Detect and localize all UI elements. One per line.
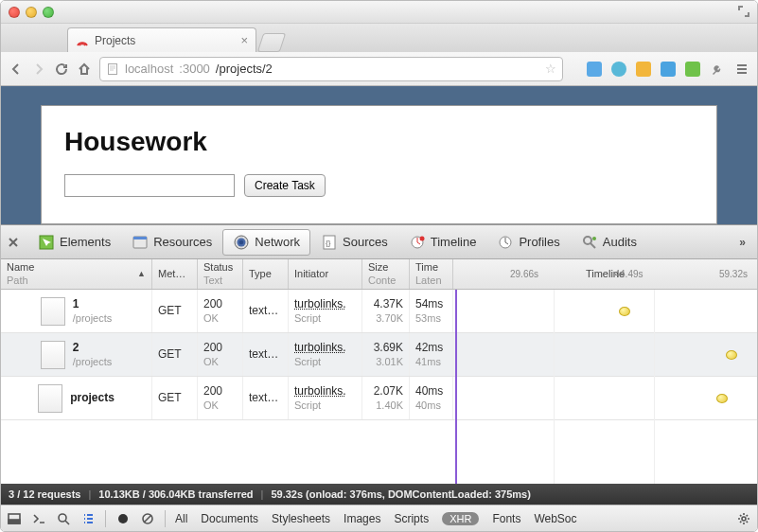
request-type: text… <box>243 290 289 332</box>
panel-resources[interactable]: Resources <box>121 229 222 256</box>
page-icon <box>106 62 119 76</box>
panel-profiles[interactable]: Profiles <box>486 229 570 256</box>
new-tab-button[interactable] <box>257 33 286 52</box>
task-form: Create Task <box>64 174 694 197</box>
task-name-input[interactable] <box>64 174 235 197</box>
request-name: 2 <box>73 341 113 356</box>
panel-label: Resources <box>153 235 212 249</box>
page-content: Housework Create Task <box>41 105 717 224</box>
devtools-status-bar: 3 / 12 requests | 10.13KB / 306.04KB tra… <box>1 484 757 505</box>
extension-icon[interactable] <box>587 62 602 77</box>
bookmark-star-icon[interactable]: ☆ <box>545 62 556 76</box>
request-status: 200OK <box>198 333 243 376</box>
column-header-status[interactable]: StatusText <box>198 259 243 289</box>
column-sublabel: Conte <box>368 275 403 287</box>
wrench-icon[interactable] <box>710 62 725 77</box>
list-view-icon[interactable] <box>80 511 96 526</box>
url-path: /projects/2 <box>216 62 273 76</box>
browser-tabstrip: Projects × <box>1 24 757 52</box>
column-header-time[interactable]: TimeLaten <box>410 259 453 289</box>
column-header-size[interactable]: SizeConte <box>362 259 410 289</box>
network-row[interactable]: projectsGET200OKtext…turbolinks.Script2.… <box>1 377 757 420</box>
column-header-method[interactable]: Met… <box>152 259 198 289</box>
filter-fonts[interactable]: Fonts <box>492 512 520 525</box>
network-row[interactable]: 1/projectsGET200OKtext…turbolinks.Script… <box>1 290 757 333</box>
filter-stylesheets[interactable]: Stylesheets <box>272 512 330 525</box>
panel-timeline[interactable]: Timeline <box>398 229 487 256</box>
settings-gear-icon[interactable] <box>736 511 751 526</box>
request-initiator: turbolinks.Script <box>289 333 362 376</box>
timeline-tick: 59.32s <box>719 269 748 280</box>
filter-images[interactable]: Images <box>344 512 380 525</box>
column-header-timeline[interactable]: Timeline 29.66s 44.49s 59.32s <box>453 259 757 289</box>
extension-icon[interactable] <box>661 62 676 77</box>
sources-icon: {} <box>321 234 338 251</box>
column-label: Initiator <box>294 268 356 280</box>
request-initiator: turbolinks.Script <box>289 377 362 419</box>
tab-close-icon[interactable]: × <box>240 33 248 47</box>
request-path: /projects <box>73 355 113 368</box>
console-icon[interactable] <box>31 511 46 526</box>
svg-point-17 <box>118 514 128 523</box>
window-minimize-button[interactable] <box>26 7 37 18</box>
column-header-initiator[interactable]: Initiator <box>289 259 362 289</box>
window-zoom-button[interactable] <box>43 7 54 18</box>
panel-label: Sources <box>343 235 388 249</box>
home-button[interactable] <box>77 62 92 77</box>
record-icon[interactable] <box>115 511 131 526</box>
svg-point-6 <box>239 239 244 244</box>
network-icon <box>233 234 250 251</box>
panel-audits[interactable]: Audits <box>571 229 647 256</box>
devtools-bottom-bar: AllDocumentsStylesheetsImagesScriptsXHRF… <box>1 505 757 531</box>
column-header-name[interactable]: NamePath▲ <box>1 259 152 289</box>
document-icon <box>41 297 65 326</box>
forward-button[interactable] <box>31 62 46 77</box>
network-table-body: 1/projectsGET200OKtext…turbolinks.Script… <box>1 290 757 484</box>
extension-icons <box>587 62 749 77</box>
address-bar[interactable]: localhost:3000/projects/2 ☆ <box>99 57 563 81</box>
back-button[interactable] <box>9 62 24 77</box>
network-row[interactable]: 2/projectsGET200OKtext…turbolinks.Script… <box>1 333 757 377</box>
create-task-button[interactable]: Create Task <box>244 174 326 197</box>
filter-all[interactable]: All <box>175 512 187 525</box>
menu-icon[interactable] <box>734 62 749 77</box>
request-timeline <box>453 290 757 332</box>
reload-button[interactable] <box>54 62 69 77</box>
extension-icon[interactable] <box>685 62 700 77</box>
network-table-header: NamePath▲ Met… StatusText Type Initiator… <box>1 259 757 290</box>
extension-icon[interactable] <box>611 62 626 77</box>
profiles-icon <box>497 234 514 251</box>
column-sublabel: Path <box>7 275 34 287</box>
fullscreen-icon[interactable] <box>738 6 749 17</box>
dock-icon[interactable] <box>7 511 22 526</box>
panel-label: Profiles <box>519 235 559 249</box>
resources-icon <box>132 234 149 251</box>
clear-icon[interactable] <box>140 511 155 526</box>
request-time: 40ms40ms <box>410 377 453 419</box>
extension-icon[interactable] <box>636 62 651 77</box>
svg-point-12 <box>584 237 591 244</box>
request-timeline <box>453 377 757 419</box>
browser-toolbar: localhost:3000/projects/2 ☆ <box>1 52 757 86</box>
svg-point-16 <box>59 514 66 522</box>
svg-rect-0 <box>109 63 117 74</box>
panel-elements[interactable]: Elements <box>27 229 121 256</box>
document-icon <box>38 384 62 413</box>
filter-scripts[interactable]: Scripts <box>394 512 429 525</box>
request-status: 200OK <box>198 377 243 419</box>
request-time: 54ms53ms <box>410 290 453 332</box>
panel-network[interactable]: Network <box>222 229 310 256</box>
sort-indicator-icon: ▲ <box>137 269 146 279</box>
column-header-type[interactable]: Type <box>243 259 289 289</box>
search-icon[interactable] <box>56 511 71 526</box>
devtools-close-button[interactable] <box>7 236 20 249</box>
filter-xhr[interactable]: XHR <box>442 512 479 525</box>
filter-websoc[interactable]: WebSoc <box>534 512 576 525</box>
page-heading: Housework <box>64 127 694 157</box>
column-label: Name <box>7 261 34 274</box>
panel-sources[interactable]: {}Sources <box>310 229 398 256</box>
panel-overflow-button[interactable]: » <box>733 236 751 249</box>
window-close-button[interactable] <box>9 7 20 18</box>
filter-documents[interactable]: Documents <box>201 512 258 525</box>
browser-tab[interactable]: Projects × <box>67 27 256 52</box>
